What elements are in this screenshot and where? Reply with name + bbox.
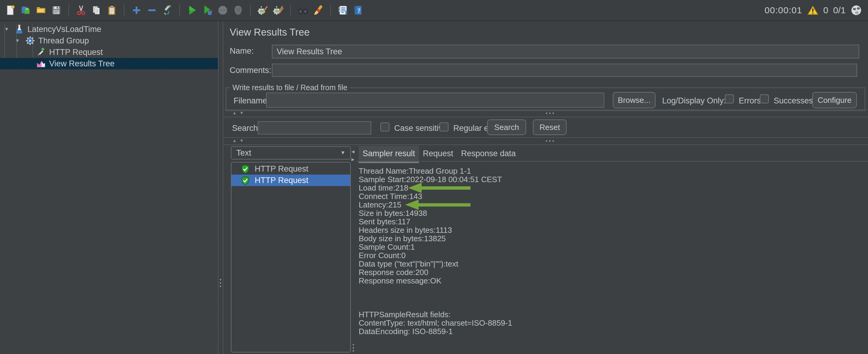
active-threads-count: 0/1 <box>833 5 846 16</box>
sample-label: HTTP Request <box>255 164 308 174</box>
samples-list: HTTP RequestHTTP Request <box>231 162 351 353</box>
toggle-button[interactable] <box>161 4 173 16</box>
clear-all-button[interactable] <box>272 4 284 16</box>
main-toolbar: STOP? 00:00:01 0 0/1 <box>0 0 868 21</box>
splitter-grip-icon[interactable] <box>352 344 354 352</box>
search-button[interactable]: Search <box>487 119 526 135</box>
reset-button[interactable]: Reset <box>533 119 567 135</box>
search-reset-icon <box>313 5 324 16</box>
search-icon <box>298 5 308 16</box>
save-button[interactable] <box>50 4 62 16</box>
tree-main-splitter[interactable] <box>218 21 223 354</box>
cut-button[interactable] <box>75 4 87 16</box>
stop-button[interactable]: STOP <box>217 4 229 16</box>
search-input[interactable] <box>258 121 371 135</box>
browse-button[interactable]: Browse... <box>613 92 655 108</box>
view-mode-select[interactable]: Text ▼ <box>231 146 351 159</box>
thread-group-icon <box>25 36 36 46</box>
toolbar-status-area: 00:00:01 0 0/1 <box>765 5 864 16</box>
toolbar-separator <box>179 4 180 16</box>
new-file-button[interactable] <box>4 4 16 16</box>
tab-bar: Sampler resultRequestResponse data <box>359 146 520 161</box>
results-area: Text ▼ HTTP RequestHTTP Request ◀ ▶ Samp… <box>223 145 868 354</box>
copy-button[interactable] <box>90 4 102 16</box>
collapse-left-icon[interactable]: ◀ <box>351 149 354 154</box>
splitter-grip-icon[interactable] <box>220 279 221 287</box>
successes-checkbox[interactable] <box>760 94 769 104</box>
errors-checkbox[interactable] <box>725 94 734 104</box>
collapse-right-icon[interactable]: ▶ <box>351 157 354 161</box>
cut-icon <box>76 5 87 16</box>
tree-item-label: LatencyVsLoadTime <box>27 25 101 34</box>
case-sensitive-checkbox[interactable] <box>380 122 390 131</box>
write-results-fieldset: Write results to file / Read from file F… <box>226 83 865 111</box>
new-file-icon <box>5 5 16 16</box>
comments-input[interactable] <box>272 64 857 77</box>
sample-label: HTTP Request <box>255 176 308 185</box>
templates-icon <box>20 5 31 16</box>
open-file-icon <box>36 5 46 16</box>
horizontal-splitter[interactable]: ▲▼ <box>223 110 868 117</box>
test-status-ball-icon <box>850 5 862 16</box>
sampler-tabs-panel: Sampler resultRequestResponse data Threa… <box>356 145 868 354</box>
search-button[interactable] <box>297 4 309 16</box>
help-icon: ? <box>353 5 364 16</box>
page-title: View Results Tree <box>230 27 310 38</box>
start-icon <box>187 5 197 16</box>
tree-item-thread-group[interactable]: ▼Thread Group <box>0 35 218 47</box>
toggle-icon <box>162 5 173 16</box>
paste-button[interactable] <box>106 4 118 16</box>
tree-rows: ▼LatencyVsLoadTime▼Thread GroupHTTP Requ… <box>0 24 218 69</box>
add-button[interactable] <box>130 4 143 16</box>
test-plan-tree: ▼LatencyVsLoadTime▼Thread GroupHTTP Requ… <box>0 21 218 354</box>
errors-label: Errors <box>739 96 761 106</box>
remote-start-icon <box>202 5 213 16</box>
tree-item-http-request[interactable]: HTTP Request <box>0 47 218 58</box>
tab-bar-divider <box>356 161 868 161</box>
expand-arrow-icon[interactable]: ▼ <box>4 27 14 32</box>
chevron-down-icon: ▼ <box>340 150 345 156</box>
expand-arrow-icon[interactable]: ▼ <box>14 38 25 43</box>
start-button[interactable] <box>186 4 198 16</box>
toolbar-separator <box>124 4 124 16</box>
search-reset-button[interactable] <box>312 4 324 16</box>
templates-button[interactable] <box>20 4 32 16</box>
horizontal-splitter[interactable]: ▲▼ <box>223 137 868 145</box>
filename-label: Filename <box>234 96 267 106</box>
tree-item-label: View Results Tree <box>49 59 115 68</box>
clear-button[interactable] <box>257 4 269 16</box>
function-helper-button[interactable] <box>337 4 349 16</box>
splitter-grip-icon[interactable] <box>546 140 554 142</box>
clear-all-icon <box>273 5 284 16</box>
successes-label: Successes <box>774 96 813 106</box>
splitter-collapse-icons[interactable]: ▲▼ <box>232 110 247 115</box>
tab-sampler-result[interactable]: Sampler result <box>359 146 419 161</box>
tab-request[interactable]: Request <box>419 146 457 161</box>
sample-list-item[interactable]: HTTP Request <box>231 163 350 175</box>
name-label: Name: <box>230 47 254 56</box>
shield-check-icon <box>241 175 251 185</box>
splitter-grip-icon[interactable] <box>546 113 554 114</box>
log-warning-icon[interactable] <box>807 5 818 16</box>
help-button[interactable]: ? <box>352 4 364 16</box>
open-file-button[interactable] <box>35 4 47 16</box>
fieldset-legend: Write results to file / Read from file <box>230 83 350 92</box>
configure-button[interactable]: Configure <box>812 92 857 108</box>
view-results-icon <box>36 59 46 69</box>
tree-item-latencyvsloadtime[interactable]: ▼LatencyVsLoadTime <box>0 24 218 35</box>
clear-icon <box>257 5 268 16</box>
name-input[interactable] <box>272 45 859 59</box>
jmeter-window: STOP? 00:00:01 0 0/1 ▼LatencyVsLoadTime▼… <box>0 0 868 354</box>
remote-start-button[interactable] <box>201 4 213 16</box>
results-vertical-splitter[interactable]: ◀ ▶ <box>351 145 356 354</box>
filename-input[interactable] <box>266 93 604 108</box>
splitter-collapse-icons[interactable]: ▲▼ <box>232 138 247 143</box>
add-icon <box>131 5 142 16</box>
view-results-tree-panel: View Results Tree Name: Comments: Write … <box>223 21 868 354</box>
tab-response-data[interactable]: Response data <box>457 146 520 161</box>
regular-exp-checkbox[interactable] <box>439 122 448 131</box>
sample-list-item[interactable]: HTTP Request <box>231 175 350 186</box>
tree-item-view-results-tree[interactable]: View Results Tree <box>0 58 218 69</box>
remove-button[interactable] <box>146 4 158 16</box>
shutdown-button[interactable] <box>232 4 244 16</box>
